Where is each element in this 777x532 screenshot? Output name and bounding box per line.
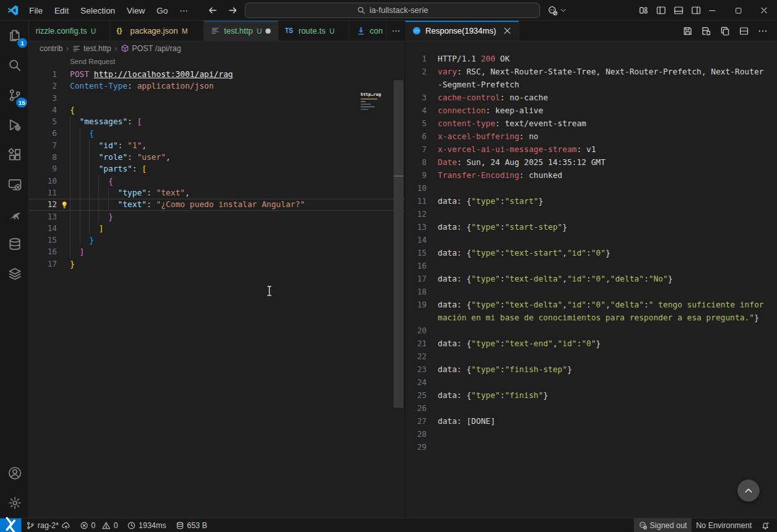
- code-text[interactable]: [438, 376, 777, 389]
- code-text[interactable]: "role": "user",: [70, 151, 405, 163]
- code-text[interactable]: [438, 234, 777, 247]
- code-text[interactable]: }: [70, 258, 405, 270]
- customize-layout-icon[interactable]: [638, 5, 649, 16]
- code-text[interactable]: data: {"type":"text-end","id":"0"}: [438, 337, 777, 350]
- activitybar-item-extensions[interactable]: [0, 140, 29, 170]
- statusbar-notifications[interactable]: [756, 518, 774, 532]
- request-editor[interactable]: Send Request 1POST http://localhost:3001…: [29, 56, 405, 518]
- tab-overflow-button[interactable]: ⋯: [387, 21, 405, 41]
- activitybar-item-database[interactable]: [0, 229, 29, 259]
- forward-icon[interactable]: [228, 5, 238, 16]
- activitybar-item-accounts[interactable]: [0, 458, 29, 488]
- code-text[interactable]: }: [70, 211, 405, 223]
- activitybar-item-run-and-debug[interactable]: [0, 110, 29, 140]
- code-text[interactable]: Transfer-Encoding: chunked: [438, 169, 777, 182]
- back-icon[interactable]: [207, 5, 218, 16]
- activitybar-item-settings[interactable]: [0, 488, 29, 518]
- menu-edit[interactable]: Edit: [49, 4, 74, 17]
- code-text[interactable]: [438, 285, 777, 298]
- code-text[interactable]: [438, 402, 777, 415]
- activitybar-item-roo-code[interactable]: [0, 199, 29, 229]
- toggle-sidebar-icon[interactable]: [656, 5, 666, 16]
- copy-response-body-icon[interactable]: [720, 26, 730, 36]
- code-text[interactable]: }: [70, 234, 405, 246]
- command-center-search[interactable]: ia-fullstack-serie: [245, 3, 540, 18]
- code-text[interactable]: data: {"type":"finish-step"}: [438, 363, 777, 376]
- code-text[interactable]: ]: [70, 246, 405, 258]
- menu-view[interactable]: View: [121, 4, 151, 17]
- lightbulb-gutter[interactable]: [58, 199, 70, 210]
- toggle-panel-icon[interactable]: [673, 5, 684, 16]
- code-text[interactable]: content-type: text/event-stream: [438, 117, 777, 130]
- copilot-menu-button[interactable]: [547, 3, 567, 17]
- code-text[interactable]: connection: keep-alive: [438, 104, 777, 117]
- code-text[interactable]: {: [70, 175, 405, 187]
- code-text[interactable]: data: [DONE]: [438, 415, 777, 428]
- code-text[interactable]: data: {"type":"start"}: [438, 195, 777, 208]
- code-text[interactable]: data: {"type":"text-start","id":"0"}: [438, 247, 777, 260]
- breadcrumb-item-post-api-rag[interactable]: POST /api/rag: [120, 44, 181, 53]
- activitybar-item-remote-explorer[interactable]: [0, 170, 29, 199]
- code-text[interactable]: data: {"type":"text-delta","id":"0","del…: [438, 298, 777, 324]
- code-text[interactable]: Content-Type: application/json: [70, 80, 405, 92]
- tab-package-json[interactable]: {}package.jsonM: [110, 21, 204, 41]
- activitybar-item-layers[interactable]: [0, 259, 29, 289]
- statusbar-remote-indicator[interactable]: [0, 518, 21, 532]
- code-text[interactable]: {: [70, 127, 405, 139]
- editor-scrollbar[interactable]: [394, 80, 403, 408]
- code-text[interactable]: Date: Sun, 24 Aug 2025 14:35:12 GMT: [438, 156, 777, 169]
- code-text[interactable]: HTTP/1.1 200 OK: [438, 52, 777, 65]
- code-text[interactable]: POST http://localhost:3001/api/rag: [70, 69, 405, 80]
- tab-rizzle-config-ts[interactable]: rizzle.config.tsU: [29, 21, 110, 41]
- statusbar-response-size[interactable]: 653 B: [171, 518, 212, 532]
- code-text[interactable]: "type": "text",: [70, 187, 405, 199]
- tab-response[interactable]: Response(1934ms): [405, 21, 519, 41]
- statusbar-copilot-status[interactable]: Signed out: [634, 518, 692, 532]
- more-actions-icon[interactable]: [758, 26, 768, 36]
- activitybar-item-explorer[interactable]: 1: [0, 21, 29, 50]
- close-window-button[interactable]: [751, 0, 777, 21]
- statusbar-problems[interactable]: 00: [75, 518, 122, 532]
- tab-con[interactable]: con: [350, 21, 387, 41]
- send-request-codelens[interactable]: Send Request: [70, 58, 405, 69]
- breadcrumb-item-test-http[interactable]: test.http: [72, 44, 111, 53]
- close-tab-icon[interactable]: [502, 26, 512, 36]
- code-text[interactable]: data: {"type":"text-delta","id":"0","del…: [438, 272, 777, 285]
- scroll-to-top-button[interactable]: [738, 480, 760, 502]
- code-text[interactable]: data: {"type":"finish"}: [438, 389, 777, 402]
- code-text[interactable]: [70, 93, 405, 104]
- menu-more[interactable]: ⋯: [174, 4, 194, 17]
- code-text[interactable]: [438, 260, 777, 272]
- code-text[interactable]: data: {"type":"start-step"}: [438, 221, 777, 234]
- code-text[interactable]: "text": "¿Como puedo instalar Angular?": [70, 199, 405, 210]
- code-text[interactable]: [438, 441, 777, 454]
- code-text[interactable]: {: [70, 104, 405, 116]
- code-text[interactable]: [438, 182, 777, 195]
- statusbar-response-time[interactable]: 1934ms: [122, 518, 171, 532]
- menu-file[interactable]: File: [23, 4, 49, 17]
- code-text[interactable]: vary: RSC, Next-Router-State-Tree, Next-…: [438, 65, 777, 91]
- code-text[interactable]: cache-control: no-cache: [438, 91, 777, 104]
- code-text[interactable]: x-accel-buffering: no: [438, 130, 777, 143]
- breadcrumb-item-contrib[interactable]: contrib: [39, 44, 63, 53]
- activitybar-item-search[interactable]: [0, 50, 29, 80]
- code-text[interactable]: "parts": [: [70, 163, 405, 175]
- code-text[interactable]: [438, 324, 777, 337]
- maximize-button[interactable]: [725, 0, 751, 21]
- code-text[interactable]: "id": "1",: [70, 140, 405, 151]
- split-editor-icon[interactable]: [739, 26, 749, 36]
- code-text[interactable]: "messages": [: [70, 116, 405, 127]
- save-response-body-icon[interactable]: [701, 26, 712, 36]
- statusbar-branch[interactable]: rag-2*: [21, 518, 75, 532]
- minimap[interactable]: http…rag: [361, 92, 392, 170]
- activitybar-item-source-control[interactable]: 15: [0, 80, 29, 110]
- menu-go[interactable]: Go: [151, 4, 174, 17]
- tab-test-http[interactable]: test.httpU: [204, 21, 278, 41]
- code-text[interactable]: [438, 208, 777, 221]
- statusbar-environment[interactable]: No Environment: [692, 518, 756, 532]
- minimize-button[interactable]: [699, 0, 725, 21]
- code-text[interactable]: [438, 428, 777, 441]
- save-response-icon[interactable]: [682, 26, 693, 36]
- response-editor[interactable]: 1HTTP/1.1 200 OK2vary: RSC, Next-Router-…: [405, 41, 777, 518]
- code-text[interactable]: x-vercel-ai-ui-message-stream: v1: [438, 143, 777, 156]
